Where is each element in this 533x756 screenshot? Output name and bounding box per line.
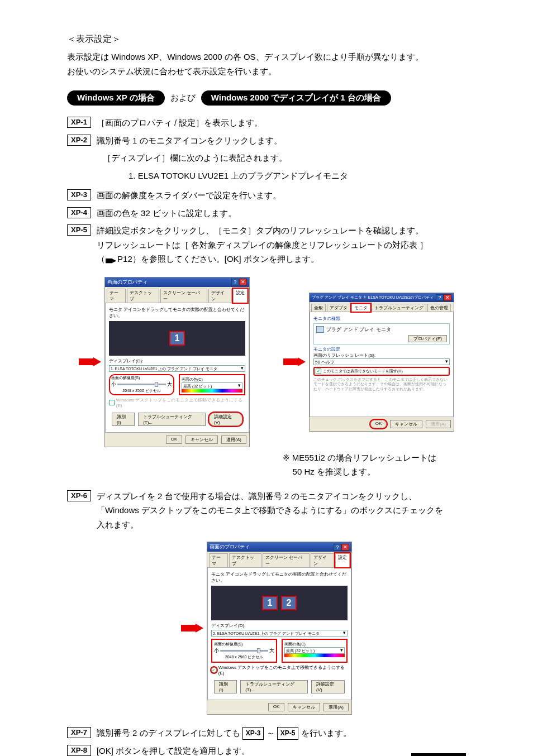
xp6-line2: 「Windows デスクトップをこのモニタ上で移動できるようにする」のボックスに… [97,505,443,515]
tab-settings: 設定 [335,553,350,567]
xp7-mid: ～ [264,728,277,738]
checkbox-icon [109,400,115,405]
hide-modes-label: このモニタでは表示できないモードを隠す(H) [323,369,403,374]
tab-desktop: デスクトップ [127,289,159,303]
monitor-area: 1 [109,321,245,356]
step-text: ［画面のプロパティ / 設定］を表示します。 [97,116,466,130]
figure-1-wrap: 画面のプロパティ ?✕ テーマ デスクトップ スクリーン セーバー デザイン 設… [79,277,250,447]
checkbox-icon: ✓ [316,369,321,374]
figure-display-properties-2: 画面のプロパティ ?✕ テーマ デスクトップ スクリーン セーバー デザイン 設… [207,542,352,715]
res-label: 画面の解像度(S) [214,642,274,647]
red-arrow-icon [283,357,306,366]
tab-theme: テーマ [107,289,126,303]
monitor-icon-1: 1 [169,331,185,346]
cancel-button: キャンセル [288,703,320,711]
display-value: 1. ELSA TOTOKU LVU2E1 上の プラグ アンド プレイ モニタ [110,367,217,371]
step-xp-7: XP-7 識別番号 2 のディスプレイに対しても XP-3 ～ XP-5 を行い… [67,726,466,740]
section-heading: ＜表示設定＞ [67,34,466,45]
step-xp-1: XP-1 ［画面のプロパティ / 設定］を表示します。 [67,116,466,130]
xp6-line3: 入れます。 [97,520,139,529]
figure-3-wrap: 画面のプロパティ ?✕ テーマ デスクトップ スクリーン セーバー デザイン 設… [181,542,352,715]
step-xp-8: XP-8 [OK] ボタンを押して設定を適用します。 [67,744,466,756]
monitor-device-icon [316,326,324,333]
window-buttons: ?✕ [436,294,451,301]
xp5-line2a: リフレッシュレートは［ 各対象ディスプレイの解像度とリフレッシュレートの対応表 … [97,240,428,250]
monitor-name: プラグ アンド プレイ モニタ [326,326,391,333]
tab-troubleshoot: トラブルシューティング [372,304,426,312]
ok-button: OK [166,436,183,444]
color-dropdown: 最高 (32 ビット) [182,382,242,389]
red-arrow-icon [181,624,203,633]
ok-button: OK [370,420,387,428]
figure-row-2: 画面のプロパティ ?✕ テーマ デスクトップ スクリーン セーバー デザイン 設… [67,542,466,715]
step-xp-3: XP-3 画面の解像度をスライダバーで設定を行います。 [67,188,466,203]
color-pane: 画面の色(C) 最高 (32 ビット) [179,374,245,395]
window-title: 画面のプロパティ [107,279,147,286]
step-xp-5: XP-5 詳細設定ボタンをクリックし、［モニタ］タブ内のリフレッシュレートを確認… [67,223,466,267]
step-tag: XP-2 [67,135,91,146]
slider-box: 画面の解像度(S) 小 大 2048 x 2560 ピクセル 画面の色(C) 最… [211,639,348,663]
res-value: 2048 x 2560 ピクセル [111,388,172,394]
hint-text: モニタ アイコンをドラッグしてモニタの実際の配置と合わせてください。 [109,307,245,319]
svg-marker-1 [283,357,306,366]
xp7-b: を行います。 [298,728,351,738]
monitor-icon-1: 1 [262,596,278,610]
xp5-line2b: （ [97,254,105,264]
bottom-button-row: OK キャンセル 適用(A) [207,700,351,714]
figure-monitor-properties: プラグ アンド プレイ モニタ と ELSA TOTOKU LVU2E1のプロパ… [309,293,454,432]
inline-ref-xp3: XP-3 [242,727,264,739]
step-tag: XP-4 [67,207,91,218]
properties-button: プロパティ(P) [408,335,447,342]
tab-row: テーマ デスクトップ スクリーン セーバー デザイン 設定 [105,287,249,303]
apply-button: 適用(A) [221,436,246,444]
color-dropdown: 最高 (32 ビット) [284,647,345,654]
bottom-button-row: OK キャンセル 適用(A) [310,417,454,431]
step-xp-4: XP-4 画面の色を 32 ビットに設定します。 [67,206,466,221]
xp5-line2c: P12）を参照してください。[OK] ボタンを押します。 [115,254,319,264]
color-label: 画面の色(C) [284,642,345,647]
color-value: 最高 (32 ビット) [182,384,212,388]
color-pane: 画面の色(C) 最高 (32 ビット) [282,639,348,663]
tab-desktop: デスクトップ [229,553,261,567]
step-text: 識別番号 1 のモニタアイコンをクリックします。 [97,133,466,148]
extend-label: Windows デスクトップをこのモニタ上で移動できるようにする(E) [116,397,245,408]
troubleshoot-button: トラブルシューティング(T)... [138,413,206,426]
language-badge: 日本語 [411,753,466,756]
mid-button-row: 識別(I) トラブルシューティング(T)... 詳細設定(V) [109,410,245,429]
pill-separator: および [170,93,196,103]
step-text: 画面の解像度をスライダバーで設定を行います。 [97,188,466,203]
mid-button-row: 識別(I) トラブルシューティング(T)... 詳細設定(V) [211,677,348,696]
res-value: 2048 x 2560 ピクセル [214,654,274,660]
display-dropdown: 2. ELSA TOTOKU LVU2E1 上の プラグ アンド プレイ モニタ [211,630,348,637]
close-icon: ✕ [239,279,247,285]
red-arrow-icon [79,357,101,366]
refresh-dropdown: 50 ヘルツ [313,358,450,365]
step-tag: XP-5 [67,224,91,236]
res-low: 小 [214,647,219,654]
step-text: 詳細設定ボタンをクリックし、［モニタ］タブ内のリフレッシュレートを確認します。 … [97,223,466,267]
color-bar-icon [284,654,345,657]
color-label: 画面の色(C) [182,377,242,382]
identify-button: 識別(I) [214,680,237,693]
cancel-button: キャンセル [390,420,422,428]
resolution-pane: 画面の解像度(S) 小 大 2048 x 2560 ピクセル [109,374,174,395]
display-label: ディスプレイ(D): [211,623,245,629]
figure-display-properties: 画面のプロパティ ?✕ テーマ デスクトップ スクリーン セーバー デザイン 設… [104,277,250,447]
refresh-rate-note: ※ ME551i2 の場合リフレッシュレートは 50 Hz を推奨します。 [283,451,466,479]
display-field: ディスプレイ(D): [109,358,245,364]
monitor-type-box: プラグ アンド プレイ モニタ プロパティ(P) [313,323,450,344]
step-tag: XP-6 [67,490,91,501]
step-xp-6: XP-6 ディスプレイを 2 台で使用する場合は、識別番号 2 のモニタアイコン… [67,489,466,532]
step-xp-2-enum: 1. ELSA TOTOKU LVU2E1 上のプラグアンドプレイモニタ [129,169,466,183]
refresh-label: 画面のリフレッシュ レート(S): [313,352,450,358]
tab-row: 全般 アダプタ モニタ トラブルシューティング 色の管理 [310,302,454,312]
hide-modes-row: ✓ このモニタでは表示できないモードを隠す(H) [313,367,450,376]
advanced-button: 詳細設定(V) [311,680,345,693]
tab-colormgmt: 色の管理 [427,304,451,312]
step-tag: XP-3 [67,189,91,200]
note-line-2: 50 Hz を推奨します。 [283,467,375,476]
intro-paragraph: 表示設定は Windows XP、Windows 2000 の各 OS、ディスプ… [67,50,466,78]
monitor-area: 1 2 [211,586,348,620]
step-xp-2-subline: ［ディスプレイ］欄に次のように表記されます。 [103,151,466,165]
identify-button: 識別(I) [112,413,135,426]
